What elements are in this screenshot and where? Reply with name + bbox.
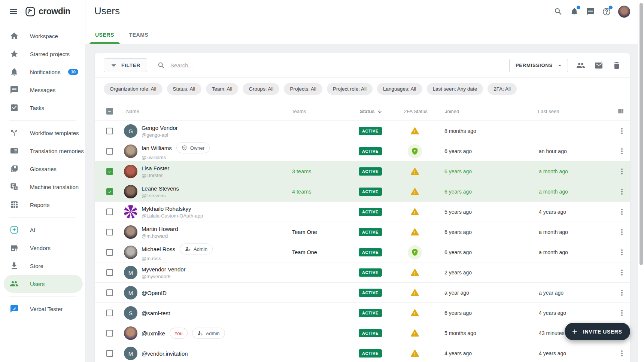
column-name[interactable]: Name <box>126 108 139 114</box>
row-menu-button[interactable] <box>617 268 626 277</box>
page-scrollbar[interactable] <box>638 0 644 362</box>
table-row[interactable]: GGengo Vendor@gengo-apiACTIVE8 months ag… <box>95 121 630 141</box>
table-row[interactable]: Lisa Foster@l.forster3 teamsACTIVE6 year… <box>95 161 630 182</box>
sidebar-item-workspace[interactable]: Workspace <box>0 27 85 45</box>
table-row[interactable]: Mykhailo Rohalskyy@Lalala-Custom-OAuth-a… <box>95 202 630 222</box>
add-to-team-icon[interactable] <box>576 61 585 70</box>
column-status[interactable]: Status <box>360 108 383 114</box>
user-name[interactable]: Michael Ross <box>142 246 175 252</box>
notifications-button[interactable] <box>570 7 579 16</box>
delete-icon[interactable] <box>612 61 621 70</box>
sidebar-item-users[interactable]: Users <box>4 275 83 293</box>
teams-cell[interactable]: 4 teams <box>292 182 312 202</box>
mail-icon[interactable] <box>594 61 603 70</box>
scrollbar-thumb[interactable] <box>640 3 643 265</box>
user-name[interactable]: Myvendor Vendor <box>142 266 186 272</box>
row-checkbox[interactable] <box>106 168 113 175</box>
select-all-checkbox[interactable] <box>106 108 113 115</box>
table-row[interactable]: MMyvendor Vendor@myvendor9ACTIVE2 years … <box>95 262 630 283</box>
row-checkbox[interactable] <box>106 229 113 235</box>
column-joined[interactable]: Joined <box>445 108 459 114</box>
help-button[interactable] <box>602 7 611 16</box>
sidebar-item-reports[interactable]: Reports <box>0 196 85 214</box>
crowdin-logo[interactable]: crowdin <box>25 6 70 17</box>
sidebar-item-label: Translation memories <box>30 148 85 154</box>
row-checkbox[interactable] <box>106 269 113 276</box>
sidebar-item-machine-translation[interactable]: GAMachine translation <box>0 178 85 196</box>
row-checkbox[interactable] <box>106 249 113 256</box>
table-row[interactable]: Michael RossAdmin@m.rossTeam OneACTIVE6 … <box>95 242 630 262</box>
sidebar-item-tasks[interactable]: Tasks <box>0 99 85 117</box>
filter-button[interactable]: FILTER <box>104 58 147 72</box>
table-row[interactable]: Leane Stevens@l.stevens4 teamsACTIVE6 ye… <box>95 182 630 202</box>
table-row[interactable]: Martin Howard@m.howardTeam OneACTIVE6 ye… <box>95 222 630 242</box>
sidebar-item-workflow-templates[interactable]: Workflow templates <box>0 124 85 142</box>
user-name[interactable]: Lisa Foster <box>142 165 169 171</box>
search-icon[interactable] <box>554 7 563 16</box>
sidebar-item-translation-memories[interactable]: Translation memories <box>0 142 85 160</box>
row-checkbox[interactable] <box>106 350 113 357</box>
row-menu-button[interactable] <box>617 308 626 317</box>
row-menu-button[interactable] <box>617 248 626 257</box>
user-name[interactable]: @OpenID <box>142 289 167 296</box>
user-name[interactable]: Gengo Vendor <box>142 124 178 131</box>
table-row[interactable]: S@saml-testACTIVE6 years ago4 years ago <box>95 303 630 323</box>
filter-chip-2fa[interactable]: 2FA: All <box>487 83 517 95</box>
row-menu-button[interactable] <box>617 127 626 136</box>
search-input[interactable] <box>170 62 320 69</box>
filter-chip-projects[interactable]: Projects: All <box>284 83 322 95</box>
user-name[interactable]: Mykhailo Rohalskyy <box>142 205 191 212</box>
user-name[interactable]: @vendor.invitation <box>142 350 188 356</box>
row-menu-button[interactable] <box>617 288 626 297</box>
filter-chip-last-seen[interactable]: Last seen: Any date <box>427 83 483 95</box>
permissions-button[interactable]: PERMISSIONS <box>509 59 568 72</box>
user-name[interactable]: Martin Howard <box>142 225 178 232</box>
menu-icon[interactable] <box>9 7 18 16</box>
user-name[interactable]: Leane Stevens <box>142 185 179 191</box>
user-name[interactable]: Ian Williams <box>142 145 172 151</box>
tab-users[interactable]: USERS <box>94 27 115 44</box>
sidebar-item-starred-projects[interactable]: Starred projects <box>0 45 85 63</box>
sidebar-item-store[interactable]: Store <box>0 257 85 275</box>
row-checkbox[interactable] <box>106 289 113 296</box>
row-checkbox[interactable] <box>106 209 113 215</box>
table-row[interactable]: M@OpenIDACTIVEa year agoa year ago <box>95 283 630 303</box>
filter-chip-status[interactable]: Status: All <box>167 83 201 95</box>
sidebar-item-messages[interactable]: Messages <box>0 81 85 99</box>
row-menu-button[interactable] <box>617 187 626 196</box>
user-name[interactable]: @uxmike <box>142 330 165 336</box>
table-row[interactable]: @uxmikeYouAdminACTIVE5 months ago43 minu… <box>95 323 630 343</box>
filter-chip-languages[interactable]: Languages: All <box>377 83 422 95</box>
tab-teams[interactable]: TEAMS <box>128 27 149 44</box>
filter-chip-team[interactable]: Team: All <box>206 83 239 95</box>
column-last-seen[interactable]: Last seen <box>538 108 559 114</box>
user-avatar[interactable] <box>618 6 630 18</box>
sidebar-item-glossaries[interactable]: Glossaries <box>0 160 85 178</box>
sidebar-item-vendors[interactable]: Vendors <box>0 239 85 257</box>
sidebar-item-verbal-tester[interactable]: Verbal Tester <box>0 300 85 318</box>
sidebar-item-ai[interactable]: AI <box>0 221 85 239</box>
column-teams[interactable]: Teams <box>292 108 306 114</box>
row-checkbox[interactable] <box>106 310 113 316</box>
table-row[interactable]: M@vendor.invitationACTIVE4 years ago4 ye… <box>95 343 630 362</box>
messages-icon[interactable] <box>586 7 595 16</box>
table-row[interactable]: Ian WilliamsOwner@i.williamsACTIVE6 year… <box>95 141 630 161</box>
row-checkbox[interactable] <box>106 188 113 195</box>
column-2fa-status[interactable]: 2FA Status <box>404 108 428 114</box>
row-menu-button[interactable] <box>617 349 626 358</box>
user-name[interactable]: @saml-test <box>142 310 170 316</box>
filter-chip-project-role[interactable]: Project role: All <box>327 83 373 95</box>
row-menu-button[interactable] <box>617 228 626 237</box>
sidebar-item-notifications[interactable]: Notifications10 <box>0 63 85 81</box>
filter-chip-organization-role[interactable]: Organization role: All <box>104 83 162 95</box>
row-menu-button[interactable] <box>617 167 626 176</box>
filter-chip-groups[interactable]: Groups: All <box>243 83 279 95</box>
teams-cell[interactable]: 3 teams <box>292 161 312 182</box>
row-checkbox[interactable] <box>106 148 113 155</box>
row-menu-button[interactable] <box>617 147 626 156</box>
table-columns-icon[interactable] <box>617 107 625 115</box>
row-menu-button[interactable] <box>617 207 626 216</box>
row-checkbox[interactable] <box>106 128 113 134</box>
invite-users-button[interactable]: INVITE USERS <box>565 323 630 340</box>
row-checkbox[interactable] <box>106 330 113 337</box>
